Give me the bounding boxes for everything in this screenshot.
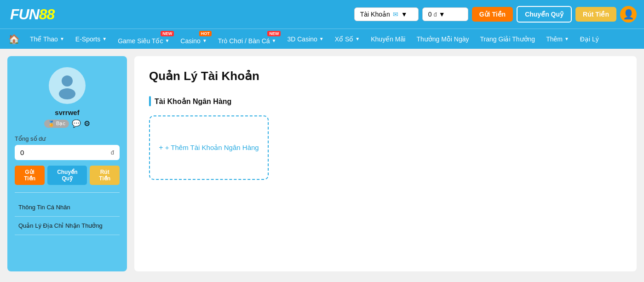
caret-icon: ▼ [564,36,569,41]
nav-item-esports[interactable]: E-Sports ▼ [70,29,112,49]
nav-label-xo-so: Xổ Số [335,35,354,43]
nav-item-trang-giai-thuong[interactable]: Trang Giải Thưởng [475,29,541,49]
nav-item-khuyen-mai[interactable]: Khuyến Mãi [365,29,411,49]
logo: FUN88 [7,5,57,24]
header-ruttien-button[interactable]: Rút Tiền [575,7,616,22]
new-badge: NEW [161,31,174,36]
sidebar-ruttien-button[interactable]: Rút Tiền [90,166,120,185]
top-right-controls: Tài Khoản ✉ ▼ 0 đ ▼ Gửi Tiền Chuyển Quỹ … [354,6,637,23]
sidebar-menu-diachi[interactable]: Quản Lý Địa Chỉ Nhận Thưởng [15,217,120,235]
nav-label-trang-giai-thuong: Trang Giải Thưởng [480,35,535,43]
sidebar-chuyenquy-button[interactable]: Chuyển Quỹ [47,166,87,185]
account-label: Tài Khoản [360,11,390,18]
balance-box: 0 đ [15,145,120,160]
caret-icon: ▼ [102,36,107,41]
user-avatar [49,67,86,104]
nav-item-thethao[interactable]: Thể Thao ▼ [24,29,70,49]
sidebar-balance-value: 0 [20,149,24,156]
nav-item-them[interactable]: Thêm ▼ [540,29,575,49]
balance-currency: đ [434,11,437,18]
nav-label-thethao: Thể Thao [30,35,58,43]
caret-icon: ▼ [272,38,276,43]
account-dropdown[interactable]: Tài Khoản ✉ ▼ [354,7,419,21]
sidebar: svrrwef Bạc 💬 ⚙ Tổng số dư 0 đ Gửi Tiền … [7,56,127,271]
section-title: Tài Khoản Ngân Hàng [155,97,231,106]
sidebar-balance-currency: đ [111,149,114,156]
nav-label-game-sieu-toc: Game Siêu Tốc [118,37,163,45]
main-content: Quản Lý Tài Khoản Tài Khoản Ngân Hàng + … [134,56,637,271]
header-chuyenquy-button[interactable]: Chuyển Quỹ [517,6,572,23]
new-badge: NEW [267,31,281,36]
main-layout: svrrwef Bạc 💬 ⚙ Tổng số dư 0 đ Gửi Tiền … [0,49,644,279]
rank-badge: Bạc [44,120,69,128]
nav-item-tro-choi[interactable]: NEW Trò Chơi / Bàn Cá ▼ [213,29,282,49]
user-badges: Bạc 💬 ⚙ [44,119,90,128]
sidebar-menu-thongtin[interactable]: Thông Tin Cá Nhân [15,198,120,217]
nav-bar: 🏠 Thể Thao ▼ E-Sports ▼ NEW Game Siêu Tố… [0,29,644,49]
nav-item-casino[interactable]: HOT Casino ▼ [175,29,213,49]
nav-label-thuong-moi-ngay: Thưởng Mỗi Ngày [416,35,469,43]
add-bank-label: + Thêm Tài Khoản Ngân Hàng [165,144,259,152]
nav-label-tro-choi: Trò Chơi / Bàn Cá [218,37,270,45]
plus-icon: + [159,144,163,152]
nav-label-dai-ly: Đại Lý [580,35,599,43]
top-bar: FUN88 Tài Khoản ✉ ▼ 0 đ ▼ Gửi Tiền Chuyể… [0,0,644,29]
caret-icon: ▼ [60,36,64,41]
nav-label-khuyen-mai: Khuyến Mãi [371,35,405,43]
nav-item-game-sieu-toc[interactable]: NEW Game Siêu Tốc ▼ [112,29,175,49]
balance-label: Tổng số dư [15,135,120,142]
section-bar-indicator [149,96,151,106]
sidebar-action-buttons: Gửi Tiền Chuyển Quỹ Rút Tiền [15,166,120,185]
nav-item-xo-so[interactable]: Xổ Số ▼ [329,29,365,49]
svg-point-1 [59,88,75,99]
message-icon[interactable]: 💬 [72,119,81,128]
balance-value: 0 [428,11,432,18]
account-caret-icon: ▼ [401,11,408,18]
sidebar-username: svrrwef [55,109,79,116]
nav-label-3d-casino: 3D Casino [287,35,317,43]
user-avatar-icon[interactable]: 👤 [620,6,637,23]
add-bank-card-button[interactable]: + + Thêm Tài Khoản Ngân Hàng [149,115,269,180]
hot-badge: HOT [199,31,212,36]
sidebar-balance-section: Tổng số dư 0 đ [15,135,120,160]
balance-dropdown[interactable]: 0 đ ▼ [422,7,468,21]
nav-item-dai-ly[interactable]: Đại Lý [575,29,604,49]
nav-label-casino: Casino [180,37,201,45]
caret-icon: ▼ [165,38,169,43]
nav-label-esports: E-Sports [75,35,100,43]
nav-label-them: Thêm [546,35,563,43]
header-guitien-button[interactable]: Gửi Tiền [472,7,513,22]
sidebar-divider [15,192,120,193]
user-profile-section: svrrwef Bạc 💬 ⚙ [15,67,120,128]
balance-caret-icon: ▼ [439,11,445,18]
sidebar-guitien-button[interactable]: Gửi Tiền [15,166,45,185]
svg-point-0 [62,75,73,86]
nav-item-thuong-moi-ngay[interactable]: Thưởng Mỗi Ngày [411,29,474,49]
mail-icon: ✉ [393,11,398,18]
nav-item-3d-casino[interactable]: 3D Casino ▼ [282,29,329,49]
caret-icon: ▼ [319,36,324,41]
page-title: Quản Lý Tài Khoản [149,69,622,83]
settings-icon[interactable]: ⚙ [84,119,90,128]
caret-icon: ▼ [202,38,207,43]
section-header: Tài Khoản Ngân Hàng [149,96,622,106]
nav-home[interactable]: 🏠 [4,29,24,49]
caret-icon: ▼ [355,36,360,41]
